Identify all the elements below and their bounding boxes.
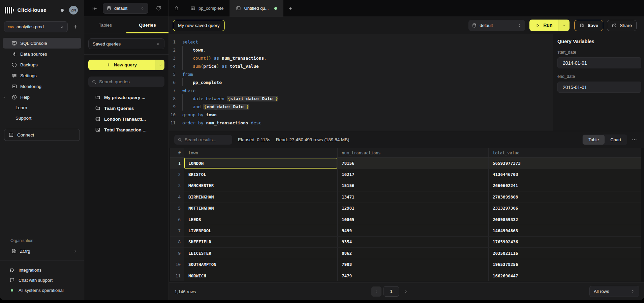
saved-queries-dropdown[interactable]: Saved queries — [88, 38, 164, 49]
table-row[interactable]: 9LEICESTER88622035821116 — [170, 248, 641, 259]
total-value-cell[interactable]: 1765902436 — [488, 237, 641, 247]
total-value-cell[interactable]: 1464994863 — [488, 225, 641, 236]
total-value-cell[interactable]: 2089859332 — [488, 214, 641, 225]
editor-database-selector[interactable]: default — [468, 20, 525, 31]
end-date-input[interactable] — [557, 82, 641, 93]
town-cell[interactable]: LONDON — [184, 158, 337, 169]
total-value-cell[interactable]: 2313297306 — [488, 203, 641, 214]
total-value-cell[interactable]: 4136446703 — [488, 169, 641, 180]
tab-pp-complete[interactable]: pp_complete — [184, 0, 230, 17]
num-transactions-cell[interactable]: 9499 — [337, 225, 488, 236]
town-cell[interactable]: LEICESTER — [184, 248, 337, 259]
table-row[interactable]: 5NOTTINGHAM129812313297306 — [170, 203, 641, 214]
topbar-database-selector[interactable]: default — [103, 3, 148, 14]
connect-button[interactable]: Connect — [4, 129, 80, 141]
table-row[interactable]: 10SOUTHAMPTON79081965378256 — [170, 259, 641, 270]
sql-editor[interactable]: 1select2town,3count() as num_transaction… — [169, 34, 553, 131]
new-query-main[interactable]: New query — [88, 60, 155, 70]
num-transactions-cell[interactable]: 12981 — [337, 203, 488, 214]
tab-untitled-qu-[interactable]: Untitled qu... — [230, 0, 283, 17]
num-transactions-cell[interactable]: 15156 — [337, 180, 488, 191]
avatar[interactable]: ZN — [69, 6, 78, 14]
sidebar-footer-chat-with-support[interactable]: Chat with support — [0, 275, 84, 285]
new-tab-button[interactable] — [283, 0, 298, 17]
run-main[interactable]: Run — [529, 20, 558, 31]
table-row[interactable]: 7LIVERPOOL94991464994863 — [170, 225, 641, 236]
town-cell[interactable]: NORWICH — [184, 270, 337, 281]
sidebar-item-help[interactable]: Help — [3, 92, 81, 102]
num-transactions-cell[interactable]: 7479 — [337, 270, 488, 281]
town-cell[interactable]: NOTTINGHAM — [184, 203, 337, 214]
current-page[interactable]: 1 — [384, 286, 399, 297]
total-value-cell[interactable]: 1662690447 — [488, 270, 641, 281]
workspace-selector[interactable]: aws analytics-prod — [4, 21, 68, 32]
tab-queries[interactable]: Queries — [126, 17, 168, 33]
sidebar-item-monitoring[interactable]: Monitoring — [3, 81, 81, 92]
sidebar-footer-all-systems-operational[interactable]: All systems operational — [0, 285, 84, 295]
column-header-town[interactable]: town — [184, 148, 337, 157]
start-date-input[interactable] — [557, 57, 641, 68]
page-size-dropdown[interactable]: All rows — [589, 286, 639, 297]
table-row[interactable]: 1LONDON7815656593977373 — [170, 158, 641, 169]
next-page-button[interactable] — [404, 290, 408, 294]
view-chart-button[interactable]: Chart — [605, 135, 627, 145]
sidebar-item-sql-console[interactable]: SQL Console — [3, 38, 81, 49]
table-row[interactable]: 8SHEFFIELD93541765902436 — [170, 237, 641, 248]
run-menu-button[interactable] — [558, 20, 570, 31]
total-value-cell[interactable]: 2660602241 — [488, 180, 641, 191]
sidebar-item-backups[interactable]: Backups — [3, 59, 81, 70]
organization-item[interactable]: ZOrg — [3, 246, 81, 256]
view-table-button[interactable]: Table — [583, 135, 605, 145]
sidebar-item-settings[interactable]: Settings — [3, 70, 81, 81]
num-transactions-cell[interactable]: 13471 — [337, 191, 488, 202]
new-query-menu-button[interactable] — [155, 60, 164, 70]
column-header-index[interactable]: # — [170, 148, 184, 157]
new-query-button[interactable]: New query — [88, 60, 164, 70]
num-transactions-cell[interactable]: 9354 — [337, 237, 488, 247]
sidebar-item-data-sources[interactable]: Data sources — [3, 49, 81, 59]
query-list-item[interactable]: Team Queries — [88, 103, 164, 114]
sidebar-subitem-support[interactable]: Support — [0, 113, 84, 123]
search-results-input[interactable] — [185, 137, 229, 142]
add-workspace-button[interactable] — [70, 22, 80, 32]
town-cell[interactable]: BRISTOL — [184, 169, 337, 180]
num-transactions-cell[interactable]: 8862 — [337, 248, 488, 259]
table-row[interactable]: 4BIRMINGHAM134712703899808 — [170, 191, 641, 203]
ellipsis-icon[interactable] — [632, 137, 637, 143]
num-transactions-cell[interactable]: 78156 — [337, 158, 488, 169]
query-list-item[interactable]: My private query ... — [88, 92, 164, 103]
sidebar-subitem-learn[interactable]: Learn — [0, 102, 84, 113]
num-transactions-cell[interactable]: 7908 — [337, 259, 488, 270]
query-list-item[interactable]: London Transacti... — [88, 114, 164, 124]
table-row[interactable]: 2BRISTOL162174136446703 — [170, 169, 641, 180]
total-value-cell[interactable]: 1965378256 — [488, 259, 641, 270]
column-header-num_transactions[interactable]: num_transactions — [337, 148, 488, 157]
town-cell[interactable]: MANCHESTER — [184, 180, 337, 191]
prev-page-button[interactable] — [371, 286, 381, 297]
save-button[interactable]: Save — [574, 20, 603, 31]
num-transactions-cell[interactable]: 16217 — [337, 169, 488, 180]
tab-home[interactable] — [168, 0, 184, 17]
table-row[interactable]: 3MANCHESTER151562660602241 — [170, 180, 641, 191]
town-cell[interactable]: BIRMINGHAM — [184, 191, 337, 202]
town-cell[interactable]: SOUTHAMPTON — [184, 259, 337, 270]
total-value-cell[interactable]: 56593977373 — [488, 158, 641, 169]
notification-dot-icon[interactable] — [61, 9, 64, 12]
town-cell[interactable]: LIVERPOOL — [184, 225, 337, 236]
query-name-button[interactable]: My new saved query — [173, 20, 225, 31]
total-value-cell[interactable]: 2703899808 — [488, 191, 641, 202]
search-queries-input[interactable] — [99, 79, 161, 84]
num-transactions-cell[interactable]: 10865 — [337, 214, 488, 225]
table-row[interactable]: 6LEEDS108652089859332 — [170, 214, 641, 225]
refresh-icon[interactable] — [156, 5, 161, 11]
total-value-cell[interactable]: 2035821116 — [488, 248, 641, 259]
column-header-total_value[interactable]: total_value — [488, 148, 641, 157]
query-list-item[interactable]: Total Transaction ... — [88, 124, 164, 135]
collapse-left-icon[interactable] — [92, 6, 97, 11]
table-row[interactable]: 11NORWICH74791662690447 — [170, 270, 641, 281]
run-button[interactable]: Run — [529, 20, 570, 31]
sidebar-footer-integrations[interactable]: Integrations — [0, 265, 84, 275]
town-cell[interactable]: SHEFFIELD — [184, 237, 337, 247]
share-button[interactable]: Share — [607, 20, 637, 31]
town-cell[interactable]: LEEDS — [184, 214, 337, 225]
